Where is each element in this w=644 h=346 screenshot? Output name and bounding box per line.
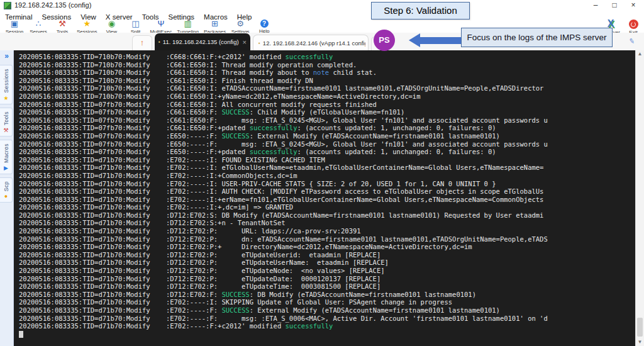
- terminal-log-line: 20200516:083335:TID=d71b70:Modify :D712:…: [19, 219, 635, 227]
- presenter-avatar: PS: [374, 30, 395, 51]
- sidebar-tab-label: Sessions: [3, 69, 9, 93]
- close-button[interactable]: ×: [629, 1, 638, 9]
- tunneling-icon: ▥: [184, 19, 191, 28]
- app-icon: [4, 2, 11, 9]
- terminal-log-line: 20200516:083335:TID=d71b70:Modify :D712:…: [19, 267, 635, 275]
- tab-session-12[interactable]: ▪ 12. 192.168.242.146 (vApp r14.1 config: [253, 35, 369, 50]
- window-title: 192.168.242.135 (config): [14, 1, 91, 9]
- terminal-log-line: 20200516:083335:TID=710b70:Modify :C661:…: [19, 84, 635, 92]
- title-bar: 192.168.242.135 (config) – □ ×: [0, 0, 644, 11]
- terminal-log-line: 20200516:083335:TID=d71b70:Modify :E702:…: [19, 187, 635, 196]
- terminal-cursor: [19, 331, 23, 338]
- scp-icon: ●: [4, 193, 8, 199]
- terminal-log-line: 20200516:083335:TID=07fb70:Modify :C661:…: [19, 101, 635, 109]
- terminal-log-line: 20200516:083335:TID=07fb70:Modify :C661:…: [19, 108, 635, 116]
- sidebar-tab-sessions[interactable]: Sessions★: [0, 65, 13, 104]
- terminal-log-line: 20200516:083335:TID=d71b70:Modify :E702:…: [19, 172, 635, 180]
- power-icon: [629, 20, 638, 29]
- sidebar-expand-icon[interactable]: »: [0, 50, 13, 62]
- sidebar-tab-scp[interactable]: Scp●: [0, 177, 13, 203]
- terminal-output[interactable]: 20200516:083335:TID=710b70:Modify :C668:…: [14, 50, 635, 346]
- terminal-log-line: 20200516:083335:TID=d71b70:Modify :E702:…: [19, 196, 635, 204]
- settings-icon: ⚙: [236, 19, 244, 28]
- mobaxterm-window: 192.168.242.135 (config) – □ × TerminalS…: [0, 0, 644, 346]
- tools-icon: ⚒: [58, 19, 66, 28]
- sidebar-tab-macros[interactable]: Macros▶: [0, 140, 13, 174]
- terminal-scrollbar[interactable]: ▲ ▼: [635, 50, 644, 346]
- terminal-log-line: 20200516:083335:TID=710b70:Modify :C661:…: [19, 77, 635, 85]
- home-icon: ↑: [140, 38, 145, 47]
- window-controls: – □ ×: [591, 1, 638, 9]
- terminal-log-line: 20200516:083335:TID=d71b70:Modify :E702:…: [19, 322, 635, 330]
- servers-icon: ∴: [36, 19, 41, 28]
- terminal-log-line: 20200516:083335:TID=d71b70:Modify :E702:…: [19, 156, 635, 164]
- terminal-log-line: 20200516:083335:TID=d71b70:Modify :D712:…: [19, 259, 635, 267]
- minimize-button[interactable]: –: [591, 1, 600, 9]
- view-icon: ◉: [108, 19, 115, 28]
- toolbar-button-help[interactable]: ?Help: [252, 19, 276, 34]
- terminal-log-line: 20200516:083335:TID=d71b70:Modify :D712:…: [19, 235, 635, 243]
- terminal-log-line: 20200516:083335:TID=07fb70:Modify :E650:…: [19, 140, 635, 148]
- terminal-log-line: 20200516:083335:TID=d71b70:Modify :D712:…: [19, 251, 635, 259]
- tab-label: 12. 192.168.242.146 (vApp r14.1 config: [263, 40, 365, 47]
- terminal-log-line: 20200516:083335:TID=710b70:Modify :C661:…: [19, 92, 635, 101]
- terminal-log-line: 20200516:083335:TID=d71b70:Modify :D712:…: [19, 243, 635, 251]
- home-tab[interactable]: ↑: [132, 35, 152, 50]
- sidebar-tab-label: Macros: [3, 143, 9, 163]
- menu-bar: TerminalSessionsViewX serverToolsSetting…: [5, 11, 261, 20]
- terminal-log-line: 20200516:083335:TID=710b70:Modify :C661:…: [19, 69, 635, 77]
- terminal-log-line: 20200516:083335:TID=d71b70:Modify :E702:…: [19, 306, 635, 315]
- terminal-tab-icon: ▪: [258, 40, 260, 46]
- terminal-log-line: 20200516:083335:TID=d71b70:Modify :E702:…: [19, 180, 635, 188]
- tab-close-icon[interactable]: ×: [243, 38, 247, 46]
- macros-icon: ▶: [4, 165, 8, 171]
- sidebar-tab-tools[interactable]: Tools⚒: [0, 108, 13, 137]
- terminal-log-line: 20200516:083335:TID=d71b70:Modify :E702:…: [19, 298, 635, 306]
- sidebar-tab-label: Scp: [3, 181, 9, 191]
- packages-icon: ⊞: [211, 19, 218, 28]
- session-icon: ▣: [11, 19, 18, 28]
- scrollbar-thumb[interactable]: [637, 318, 643, 337]
- terminal-log-line: 20200516:083335:TID=07fb70:Modify :E650:…: [19, 148, 635, 156]
- maximize-button[interactable]: □: [610, 1, 619, 9]
- terminal-log-line: 20200516:083335:TID=d71b70:Modify :D712:…: [19, 282, 635, 291]
- step-banner: Step 6: Validation: [371, 2, 470, 20]
- terminal-log-line: 20200516:083335:TID=d71b70:Modify :D712:…: [19, 291, 635, 299]
- sidebar-tab-label: Tools: [3, 111, 9, 125]
- terminal-log-line: 20200516:083335:TID=d71b70:Modify :E702:…: [19, 203, 635, 211]
- sessions-icon: ★: [83, 19, 91, 28]
- sessions-icon: ★: [3, 95, 8, 101]
- terminal-log-line: 20200516:083335:TID=07fb70:Modify :E650:…: [19, 132, 635, 140]
- split-icon: ◫: [131, 19, 139, 28]
- tab-label: 11. 192.168.242.135 (config): [163, 38, 240, 45]
- terminal-log-line: 20200516:083335:TID=d71b70:Modify :E702:…: [19, 164, 635, 172]
- terminal-log-line: 20200516:083335:TID=d71b70:Modify :E702:…: [19, 315, 635, 323]
- terminal-log-line: 20200516:083335:TID=d71b70:Modify :D712:…: [19, 211, 635, 220]
- callout-arrow-head: [409, 33, 420, 47]
- multiexec-icon: Ψ: [157, 19, 164, 28]
- left-sidebar: »Sessions★Tools⚒Macros▶Scp●: [0, 50, 14, 346]
- scroll-up-icon[interactable]: ▲: [636, 50, 644, 58]
- tools-icon: ⚒: [3, 127, 8, 133]
- terminal-log-line: 20200516:083335:TID=d71b70:Modify :D712:…: [19, 227, 635, 235]
- terminal-log-line: 20200516:083335:TID=d71b70:Modify :D712:…: [19, 275, 635, 283]
- help-icon: ?: [260, 20, 269, 28]
- callout-arrow: [419, 37, 461, 44]
- terminal-log-line: 20200516:083335:TID=710b70:Modify :C668:…: [19, 53, 635, 61]
- terminal-log-line: 20200516:083335:TID=710b70:Modify :C661:…: [19, 61, 635, 69]
- scroll-down-icon[interactable]: ▼: [636, 338, 644, 346]
- callout-note: Focus on the logs of the IMPS server: [461, 28, 613, 47]
- terminal-log-line: 20200516:083335:TID=07fb70:Modify :C661:…: [19, 124, 635, 132]
- terminal-tab-icon: ▪: [158, 39, 160, 45]
- terminal-log-line: 20200516:083335:TID=07fb70:Modify :C661:…: [19, 116, 635, 125]
- tab-session-11[interactable]: ▪ 11. 192.168.242.135 (config) ×: [155, 33, 250, 50]
